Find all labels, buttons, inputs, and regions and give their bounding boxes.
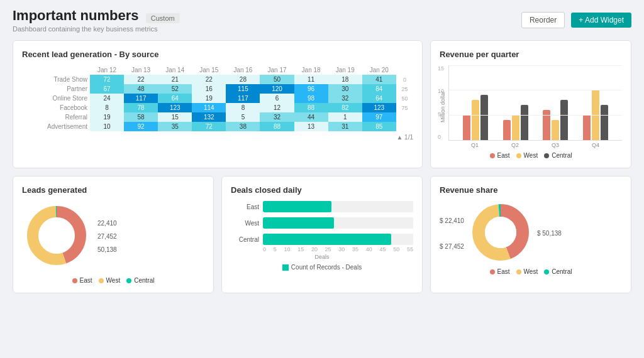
legend-west: West xyxy=(516,152,538,159)
heatmap-cell: 115 xyxy=(226,84,260,94)
heatmap-cell: 35 xyxy=(158,122,192,131)
leads-legend-east: East xyxy=(72,277,92,284)
revenue-legend: East West Central xyxy=(440,152,622,159)
legend-central: Central xyxy=(544,152,572,159)
heatmap-row-label: Facebook xyxy=(22,103,90,112)
heatmap-cell: 8 xyxy=(226,103,260,112)
deals-axis: 0510152025303540455055 xyxy=(231,246,413,252)
heatmap-cell: 22 xyxy=(192,75,226,84)
heatmap-cell: 123 xyxy=(362,103,396,112)
y-axis-ticks: 151050 xyxy=(438,65,444,140)
bar xyxy=(512,115,519,140)
page-header: Important numbers Custom Dashboard conta… xyxy=(0,0,644,35)
deals-bar-chart: East West Central xyxy=(231,201,413,245)
bar xyxy=(601,105,608,140)
heatmap-cell: 13 xyxy=(294,122,328,131)
bar xyxy=(521,105,528,140)
bar xyxy=(480,95,488,140)
heatmap-row-label: Advertisement xyxy=(22,122,90,131)
dashboard-grid: Recent lead generation - By source Jan 1… xyxy=(0,35,644,301)
heatmap-cell: 120 xyxy=(260,84,294,94)
heatmap-cell: 117 xyxy=(124,94,158,103)
heatmap-cell: 82 xyxy=(328,103,362,112)
leads-legend: East West Central xyxy=(22,277,204,284)
bar xyxy=(560,100,568,140)
heatmap-cell: 96 xyxy=(294,84,328,94)
deals-east-row: East xyxy=(231,201,413,212)
heatmap-cell: 12 xyxy=(260,103,294,112)
deals-closed-title: Deals closed daily xyxy=(231,185,413,195)
reorder-button[interactable]: Reorder xyxy=(521,12,565,28)
heatmap-cell: 10 xyxy=(90,122,124,131)
heatmap-cell: 8 xyxy=(90,103,124,112)
heatmap-cell: 64 xyxy=(158,94,192,103)
revenue-share-title: Revenue share xyxy=(440,185,622,195)
lead-gen-widget: Recent lead generation - By source Jan 1… xyxy=(13,40,423,168)
heatmap-cell: 58 xyxy=(124,112,158,122)
heatmap-cell: 41 xyxy=(362,75,396,84)
rev-share-legend-central: Central xyxy=(544,268,572,275)
svg-point-6 xyxy=(485,217,516,248)
heatmap-cell: 18 xyxy=(328,75,362,84)
heatmap-cell: 88 xyxy=(294,103,328,112)
heatmap-cell: 19 xyxy=(192,94,226,103)
rev-share-legend-west: West xyxy=(516,268,538,275)
heatmap-cell: 117 xyxy=(226,94,260,103)
leads-donut-chart xyxy=(22,201,91,270)
heatmap-cell: 28 xyxy=(226,75,260,84)
header-left: Important numbers Custom Dashboard conta… xyxy=(13,8,180,33)
bar-group-q2 xyxy=(503,105,528,140)
heatmap-cell: 31 xyxy=(328,122,362,131)
leads-total-label: 50,138 xyxy=(97,246,117,253)
rev-share-west-label: $ 27,452 xyxy=(440,243,464,250)
heatmap-cell: 21 xyxy=(158,75,192,84)
leads-west-label: 27,452 xyxy=(97,233,117,240)
heatmap-row-label: Referral xyxy=(22,112,90,122)
heatmap-cell: 48 xyxy=(124,84,158,94)
lead-gen-title: Recent lead generation - By source xyxy=(22,50,413,59)
deals-central-row: Central xyxy=(231,234,413,245)
heatmap-cell: 32 xyxy=(328,94,362,103)
leads-donut-labels: 22,410 27,452 50,138 xyxy=(97,220,117,253)
page-subtitle: Dashboard containing the key business me… xyxy=(13,25,180,33)
heatmap-cell: 44 xyxy=(294,112,328,122)
deals-closed-widget: Deals closed daily East West Central xyxy=(221,176,423,293)
bar xyxy=(583,115,591,140)
heatmap-cell: 72 xyxy=(90,75,124,84)
deals-axis-title: Deals xyxy=(231,254,413,260)
heatmap-cell: 6 xyxy=(260,94,294,103)
deals-west-row: West xyxy=(231,217,413,229)
leads-gen-title: Leads generated xyxy=(22,185,204,195)
heatmap-cell: 30 xyxy=(328,84,362,94)
heatmap-cell: 85 xyxy=(362,122,396,131)
heatmap-row-label: Trade Show xyxy=(22,75,90,84)
deals-legend-dot xyxy=(282,264,289,271)
header-badge: Custom xyxy=(146,13,180,23)
heatmap-cell: 88 xyxy=(260,122,294,131)
heatmap-cell: 32 xyxy=(260,112,294,122)
revenue-quarter-title: Revenue per quarter xyxy=(440,50,622,59)
heatmap-cell: 52 xyxy=(158,84,192,94)
heatmap-cell: 1 xyxy=(328,112,362,122)
heatmap-cell: 64 xyxy=(362,94,396,103)
heatmap-pagination: ▲ 1/1 xyxy=(22,134,413,141)
leads-generated-widget: Leads generated 22,410 27,452 xyxy=(13,176,214,293)
leads-legend-west: West xyxy=(99,277,121,284)
heatmap-cell: 92 xyxy=(124,122,158,131)
heatmap-cell: 24 xyxy=(90,94,124,103)
heatmap-cell: 50 xyxy=(260,75,294,84)
bar xyxy=(503,120,511,140)
header-actions: Reorder + Add Widget xyxy=(521,12,631,28)
legend-east: East xyxy=(490,152,510,159)
leads-legend-central: Central xyxy=(126,277,154,284)
bar-group-q1 xyxy=(463,95,488,140)
heatmap-cell: 72 xyxy=(192,122,226,131)
heatmap-row-label: Partner xyxy=(22,84,90,94)
heatmap-cell: 11 xyxy=(294,75,328,84)
bar-group-q3 xyxy=(543,100,568,140)
heatmap-table: Jan 12 Jan 13 Jan 14 Jan 15 Jan 16 Jan 1… xyxy=(22,65,413,131)
heatmap-cell: 19 xyxy=(90,112,124,122)
add-widget-button[interactable]: + Add Widget xyxy=(571,13,631,28)
heatmap-cell: 132 xyxy=(192,112,226,122)
bar xyxy=(552,120,559,140)
